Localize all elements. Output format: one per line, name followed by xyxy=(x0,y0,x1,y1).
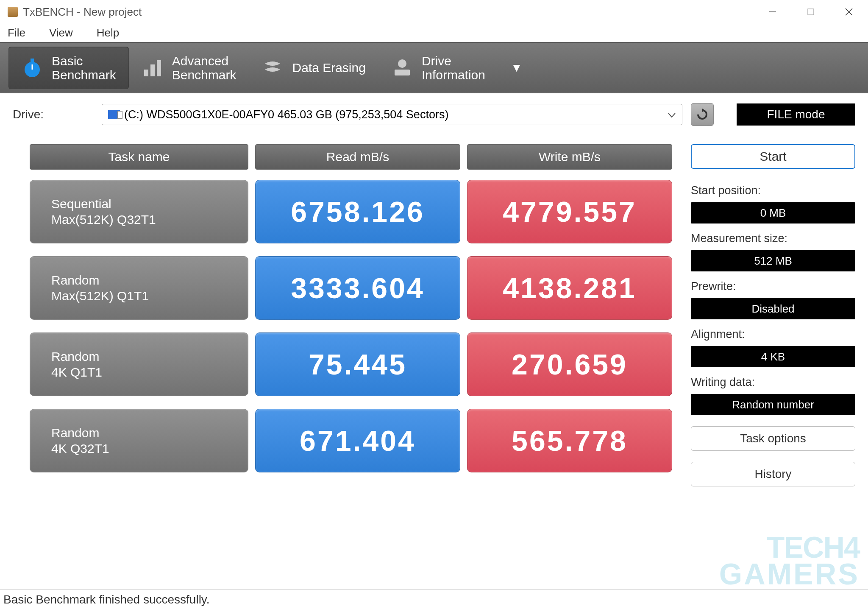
side-panel: Start Start position: 0 MB Measurement s… xyxy=(691,144,855,486)
refresh-button[interactable] xyxy=(691,103,714,126)
header-taskname: Task name xyxy=(30,144,248,170)
disk-icon xyxy=(108,110,120,119)
refresh-icon xyxy=(696,108,709,121)
prewrite-value[interactable]: Disabled xyxy=(691,298,855,319)
write-value: 270.659 xyxy=(467,332,672,396)
menu-view[interactable]: View xyxy=(46,25,76,41)
alignment-value[interactable]: 4 KB xyxy=(691,346,855,367)
start-position-value[interactable]: 0 MB xyxy=(691,202,855,223)
results-table: Task name Read mB/s Write mB/s Sequentia… xyxy=(30,144,674,486)
chevron-down-icon xyxy=(668,108,676,121)
header-write: Write mB/s xyxy=(467,144,672,170)
status-bar: Basic Benchmark finished successfully. xyxy=(0,589,868,609)
tab-label: Benchmark xyxy=(52,68,116,82)
window-title: TxBENCH - New project xyxy=(23,6,142,19)
start-position-label: Start position: xyxy=(691,184,855,197)
read-value: 671.404 xyxy=(255,409,460,472)
watermark: TECH4GAMERS xyxy=(719,534,860,588)
table-row: Random4K Q1T1 75.445 270.659 xyxy=(30,332,674,396)
close-button[interactable] xyxy=(830,0,868,24)
svg-rect-10 xyxy=(395,70,410,75)
drive-icon xyxy=(391,57,413,79)
window-controls xyxy=(754,0,868,24)
toolbar-dropdown[interactable]: ▼ xyxy=(498,61,535,75)
write-value: 4138.281 xyxy=(467,256,672,320)
tab-label: Drive xyxy=(422,54,485,68)
writing-data-value[interactable]: Random number xyxy=(691,394,855,415)
table-row: SequentialMax(512K) Q32T1 6758.126 4779.… xyxy=(30,180,674,243)
tab-label: Data Erasing xyxy=(292,61,365,75)
stopwatch-icon xyxy=(21,57,43,79)
svg-rect-5 xyxy=(31,59,34,62)
task-cell[interactable]: Random4K Q1T1 xyxy=(30,332,248,396)
header-read: Read mB/s xyxy=(255,144,460,170)
history-button[interactable]: History xyxy=(691,462,855,486)
drive-row: Drive: (C:) WDS500G1X0E-00AFY0 465.03 GB… xyxy=(0,93,868,127)
tab-advanced-benchmark[interactable]: AdvancedBenchmark xyxy=(129,47,249,89)
file-mode-button[interactable]: FILE mode xyxy=(737,103,855,126)
task-cell[interactable]: SequentialMax(512K) Q32T1 xyxy=(30,180,248,243)
svg-rect-1 xyxy=(808,9,814,15)
start-button[interactable]: Start xyxy=(691,144,855,169)
read-value: 6758.126 xyxy=(255,180,460,243)
task-cell[interactable]: RandomMax(512K) Q1T1 xyxy=(30,256,248,320)
tab-data-erasing[interactable]: Data Erasing xyxy=(249,47,378,89)
task-cell[interactable]: Random4K Q32T1 xyxy=(30,409,248,472)
tab-drive-information[interactable]: DriveInformation xyxy=(378,47,498,89)
title-bar: TxBENCH - New project xyxy=(0,0,868,24)
app-icon xyxy=(8,7,18,17)
svg-point-11 xyxy=(398,59,406,68)
prewrite-label: Prewrite: xyxy=(691,280,855,293)
menu-bar: File View Help xyxy=(0,24,868,42)
tab-label: Basic xyxy=(52,54,116,68)
drive-value: (C:) WDS500G1X0E-00AFY0 465.03 GB (975,2… xyxy=(124,108,448,121)
tab-basic-benchmark[interactable]: BasicBenchmark xyxy=(8,47,129,89)
alignment-label: Alignment: xyxy=(691,328,855,341)
read-value: 75.445 xyxy=(255,332,460,396)
maximize-button[interactable] xyxy=(792,0,830,24)
menu-help[interactable]: Help xyxy=(93,25,122,41)
tab-label: Benchmark xyxy=(172,68,236,82)
measurement-size-value[interactable]: 512 MB xyxy=(691,250,855,271)
tab-label: Information xyxy=(422,68,485,82)
main-content: Task name Read mB/s Write mB/s Sequentia… xyxy=(0,127,868,486)
svg-rect-9 xyxy=(157,60,161,76)
table-row: RandomMax(512K) Q1T1 3333.604 4138.281 xyxy=(30,256,674,320)
toolbar: BasicBenchmark AdvancedBenchmark Data Er… xyxy=(0,42,868,93)
table-row: Random4K Q32T1 671.404 565.778 xyxy=(30,409,674,472)
read-value: 3333.604 xyxy=(255,256,460,320)
minimize-button[interactable] xyxy=(754,0,792,24)
drive-select[interactable]: (C:) WDS500G1X0E-00AFY0 465.03 GB (975,2… xyxy=(102,104,682,125)
erase-icon xyxy=(262,57,284,79)
svg-rect-7 xyxy=(144,70,148,76)
menu-file[interactable]: File xyxy=(4,25,29,41)
header-row: Task name Read mB/s Write mB/s xyxy=(30,144,674,170)
tab-label: Advanced xyxy=(172,54,236,68)
writing-data-label: Writing data: xyxy=(691,376,855,389)
measurement-size-label: Measurement size: xyxy=(691,232,855,245)
svg-rect-8 xyxy=(150,64,155,76)
write-value: 4779.557 xyxy=(467,180,672,243)
task-options-button[interactable]: Task options xyxy=(691,426,855,451)
write-value: 565.778 xyxy=(467,409,672,472)
drive-label: Drive: xyxy=(13,108,93,121)
bars-icon xyxy=(142,57,164,79)
